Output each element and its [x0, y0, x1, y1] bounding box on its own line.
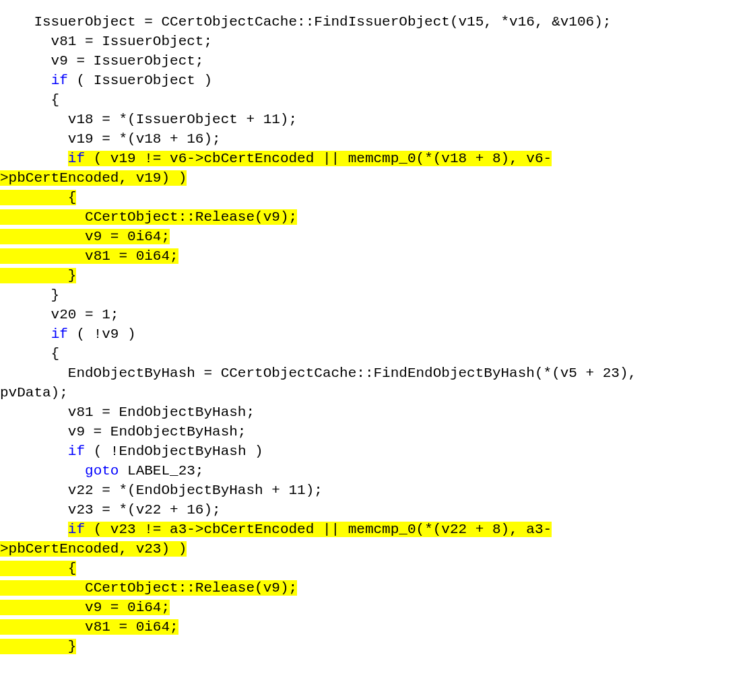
code-line: {: [0, 92, 59, 108]
keyword-goto: goto: [85, 463, 119, 479]
code-line-highlighted: >pbCertEncoded, v23) ): [0, 541, 187, 557]
keyword-if: if: [68, 151, 85, 166]
code-line-highlighted: v81 = 0i64;: [0, 248, 178, 264]
keyword-if: if: [68, 444, 85, 459]
code-line: if ( !EndObjectByHash ): [0, 444, 263, 459]
code-line-highlighted: >pbCertEncoded, v19) ): [0, 170, 187, 186]
code-line: goto LABEL_23;: [0, 463, 203, 479]
code-line: v81 = IssuerObject;: [0, 34, 212, 49]
code-line-highlighted: v9 = 0i64;: [0, 600, 170, 615]
code-line-highlighted: if ( v23 != a3->cbCertEncoded || memcmp_…: [0, 522, 552, 537]
code-line-highlighted: }: [0, 639, 76, 654]
code-line: v20 = 1;: [0, 307, 119, 322]
code-line: v19 = *(v18 + 16);: [0, 131, 221, 147]
code-line-highlighted: if ( v19 != v6->cbCertEncoded || memcmp_…: [0, 151, 552, 166]
code-line-highlighted: CCertObject::Release(v9);: [0, 209, 297, 225]
code-line-highlighted: {: [0, 561, 76, 576]
keyword-if: if: [51, 326, 68, 342]
code-line: {: [0, 346, 59, 361]
code-line-highlighted: v9 = 0i64;: [0, 229, 170, 244]
decompiled-code-block: IssuerObject = CCertObjectCache::FindIss…: [0, 0, 753, 656]
keyword-if: if: [68, 522, 85, 537]
code-line: v18 = *(IssuerObject + 11);: [0, 112, 297, 127]
code-line: v9 = EndObjectByHash;: [0, 424, 246, 440]
code-line-highlighted: v81 = 0i64;: [0, 619, 178, 635]
code-line: v22 = *(EndObjectByHash + 11);: [0, 483, 323, 498]
code-line-highlighted: }: [0, 268, 76, 283]
code-line: v23 = *(v22 + 16);: [0, 502, 221, 518]
code-line: EndObjectByHash = CCertObjectCache::Find…: [0, 365, 645, 381]
code-line: if ( IssuerObject ): [0, 73, 212, 88]
code-line: pvData);: [0, 385, 68, 400]
keyword-if: if: [51, 73, 68, 88]
code-line-highlighted: {: [0, 190, 76, 205]
code-line: if ( !v9 ): [0, 326, 136, 342]
code-line: v9 = IssuerObject;: [0, 53, 203, 69]
code-line-highlighted: CCertObject::Release(v9);: [0, 580, 297, 596]
code-line: }: [0, 287, 59, 303]
code-line: v81 = EndObjectByHash;: [0, 405, 255, 420]
code-line: IssuerObject = CCertObjectCache::FindIss…: [0, 14, 611, 30]
